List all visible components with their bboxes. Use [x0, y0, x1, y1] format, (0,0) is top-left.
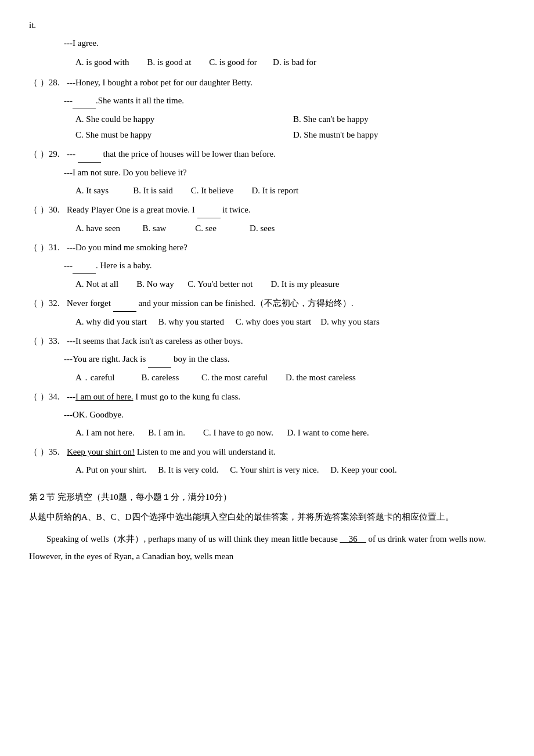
question-35: （ ）35. Keep your shirt on! Listen to me … — [29, 444, 511, 478]
section2-desc: 从题中所给的A、B、C、D四个选择中选出能填入空白处的最佳答案，并将所选答案涂到… — [29, 509, 511, 525]
option-item: B. I am in. — [144, 425, 185, 441]
q35-options: A. Put on your shirt. B. It is very cold… — [75, 462, 511, 478]
option-item: D. why you stars — [320, 314, 380, 330]
q27-options: A. is good with B. is good at C. is good… — [75, 55, 511, 70]
option-item: A. Put on your shirt. — [75, 462, 147, 478]
question-32: （ ）32. Never forget and your mission can… — [29, 296, 511, 330]
question-29: （ ）29. --- that the price of houses will… — [29, 146, 511, 199]
option-item: B. She can't be happy — [293, 111, 511, 127]
option-item: D. Keep your cool. — [329, 462, 397, 478]
q29-subline: ---I am not sure. Do you believe it? — [64, 165, 511, 181]
q30-text: Ready Player One is a great movie. I it … — [67, 202, 511, 218]
q28-num: （ ）28. — [29, 75, 67, 91]
option-item: C. Your shirt is very nice. — [228, 462, 319, 478]
q30-num: （ ）30. — [29, 202, 67, 218]
option-item: A. is good with — [75, 55, 129, 70]
option-item: B. careless — [124, 370, 179, 386]
option-item: A. I am not here. — [75, 425, 135, 441]
option-item: A．careful — [75, 370, 114, 386]
question-30: （ ）30. Ready Player One is a great movie… — [29, 202, 511, 236]
option-item: D. I want to come here. — [283, 425, 369, 441]
option-item: C. see — [175, 221, 216, 236]
q32-num: （ ）32. — [29, 296, 67, 311]
q34-num: （ ）34. — [29, 389, 67, 405]
q35-text: Keep your shirt on! Listen to me and you… — [67, 444, 511, 460]
q32-text: Never forget and your mission can be fin… — [67, 296, 511, 312]
agree-line: ---I agree. — [64, 35, 511, 51]
question-34: （ ）34. ---I am out of here. I must go to… — [29, 389, 511, 441]
q31-num: （ ）31. — [29, 240, 67, 255]
question-28: （ ）28. ---Honey, I bought a robot pet fo… — [29, 75, 511, 143]
option-item: A. She could be happy — [75, 111, 293, 127]
option-item: C. She must be happy — [75, 127, 293, 143]
q28-options: A. She could be happy B. She can't be ha… — [75, 111, 511, 143]
option-item: C. It believe — [182, 183, 234, 199]
option-item: D. sees — [226, 221, 275, 236]
q28-text: ---Honey, I bought a robot pet for our d… — [67, 75, 511, 91]
q30-options: A. have seen B. saw C. see D. sees — [75, 221, 511, 236]
q35-underline: Keep your shirt on! — [67, 447, 135, 456]
option-item: C. the most careful — [188, 370, 268, 386]
page-container: it. ---I agree. A. is good with B. is go… — [29, 17, 511, 565]
option-item: D. is bad for — [266, 55, 316, 70]
q34-text: ---I am out of here. I must go to the ku… — [67, 389, 511, 405]
option-item: C. why does you start — [233, 314, 311, 330]
question-33: （ ）33. ---It seems that Jack isn't as ca… — [29, 333, 511, 386]
q28-subline: --- .She wants it all the time. — [64, 93, 511, 109]
q34-underline: I am out of here. — [75, 392, 134, 401]
section2-title: 第２节 完形填空（共10题，每小题１分，满分10分） — [29, 489, 511, 505]
q32-options: A. why did you start B. why you started … — [75, 314, 511, 330]
q33-subline: ---You are right. Jack is boy in the cla… — [64, 351, 511, 368]
option-item: A. Not at all — [75, 276, 118, 292]
option-item: A. why did you start — [75, 314, 147, 330]
q29-num: （ ）29. — [29, 146, 67, 162]
option-item: B. It is said — [118, 183, 173, 199]
option-item: C. I have to go now. — [194, 425, 273, 441]
q34-subline: ---OK. Goodbye. — [64, 407, 511, 423]
option-item: D. She mustn't be happy — [293, 127, 511, 143]
option-item: C. is good for — [200, 55, 257, 70]
q31-subline: --- . Here is a baby. — [64, 258, 511, 274]
q34-options: A. I am not here. B. I am in. C. I have … — [75, 425, 511, 441]
q29-text: --- that the price of houses will be low… — [67, 146, 511, 163]
option-item: B. saw — [129, 221, 166, 236]
option-item: A. It says — [75, 183, 109, 199]
reading-para1: Speaking of wells（水井）, perhaps many of u… — [29, 530, 511, 565]
option-item: B. No way — [128, 276, 174, 292]
option-item: B. It is very cold. — [156, 462, 219, 478]
q33-options: A．careful B. careless C. the most carefu… — [75, 370, 511, 386]
option-item: D. It is my pleasure — [262, 276, 340, 292]
option-item: D. It is report — [243, 183, 298, 199]
option-item: A. have seen — [75, 221, 120, 236]
q35-num: （ ）35. — [29, 444, 67, 460]
q33-num: （ ）33. — [29, 333, 67, 349]
opening-line: it. — [29, 17, 511, 33]
option-item: C. You'd better not — [183, 276, 253, 292]
q29-options: A. It says B. It is said C. It believe D… — [75, 183, 511, 199]
q31-text: ---Do you mind me smoking here? — [67, 240, 511, 255]
q31-options: A. Not at all B. No way C. You'd better … — [75, 276, 511, 292]
option-item: D. the most careless — [277, 370, 356, 386]
option-item: B. why you started — [156, 314, 224, 330]
question-31: （ ）31. ---Do you mind me smoking here? -… — [29, 240, 511, 292]
option-item: B. is good at — [139, 55, 192, 70]
q33-text: ---It seems that Jack isn't as careless … — [67, 333, 511, 349]
